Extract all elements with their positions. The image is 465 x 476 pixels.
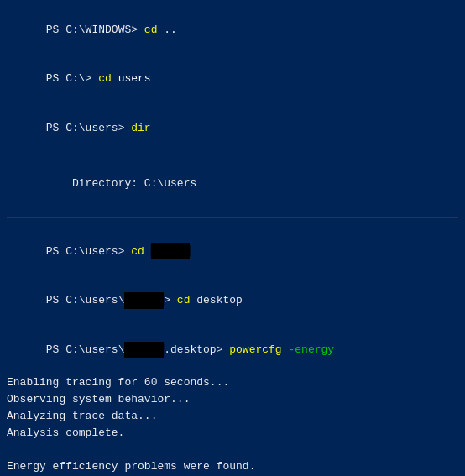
- directory-label: Directory: C:\users: [7, 160, 458, 209]
- line-analysis-complete: Analysis complete.: [7, 425, 458, 442]
- line-cd-user: PS C:\users> cd ██████: [7, 227, 458, 276]
- terminal-window: PS C:\WINDOWS> cd .. PS C:\> cd users PS…: [0, 0, 465, 476]
- bottom-section: PS C:\users> cd ██████ PS C:\users\█████…: [0, 223, 465, 476]
- line-cd-users: PS C:\> cd users: [7, 55, 458, 104]
- blank-box: [7, 217, 458, 218]
- line-blank1: [7, 442, 458, 458]
- line-analyzing: Analyzing trace data...: [7, 408, 458, 425]
- line-cd-dotdot: PS C:\WINDOWS> cd ..: [7, 5, 458, 55]
- line-dir: PS C:\users> dir: [7, 103, 458, 153]
- line-energy-problems: Energy efficiency problems were found.: [7, 458, 458, 475]
- line-powercfg: PS C:\users\██████.desktop> powercfg -en…: [7, 325, 458, 374]
- line-cd-desktop: PS C:\users\██████> cd desktop: [7, 276, 458, 326]
- line-observing: Observing system behavior...: [7, 391, 458, 408]
- line-enabling-tracing: Enabling tracing for 60 seconds...: [7, 374, 458, 391]
- top-section: PS C:\WINDOWS> cd .. PS C:\> cd users PS…: [0, 0, 465, 212]
